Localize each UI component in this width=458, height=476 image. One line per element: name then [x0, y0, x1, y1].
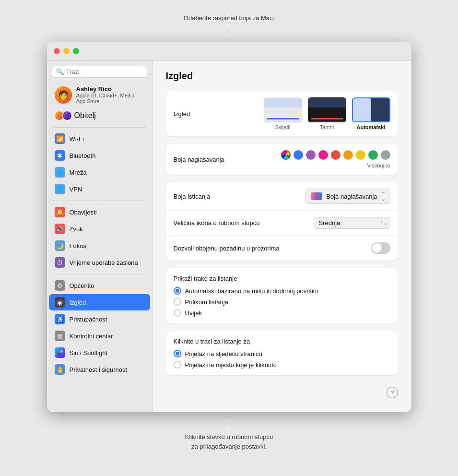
scroll-auto-label: Automatski bazirano na mišu ili dodirnoj…	[185, 287, 318, 295]
scroll-click-spot-radio[interactable]	[174, 361, 181, 369]
search-bar[interactable]: 🔍	[52, 66, 147, 78]
system-preferences-window: 🔍 🧑 Ashley Rico Apple ID, iCloud+, Medij…	[47, 42, 411, 412]
help-row: ?	[166, 383, 398, 402]
scroll-auto-radio[interactable]	[174, 287, 181, 295]
control-center-icon: ▦	[55, 331, 65, 341]
color-swatches: Višebojno	[281, 150, 390, 168]
page-title: Izgled	[166, 71, 398, 82]
swatch-gray[interactable]	[381, 150, 390, 160]
general-icon: ⚙	[55, 280, 65, 291]
appearance-option-auto[interactable]: Automatski	[352, 97, 390, 130]
highlight-color-row: Boja isticanja Boja naglašavanja ⌃⌄	[166, 182, 398, 211]
sidebar-item-screen-time[interactable]: ⏱ Vrijeme uporabe zaslona	[49, 254, 150, 271]
scroll-auto-option[interactable]: Automatski bazirano na mišu ili dodirnoj…	[174, 287, 390, 295]
sidebar-item-appearance[interactable]: ◉ Izgled	[49, 294, 150, 310]
highlight-color-value: Boja naglašavanja	[326, 193, 377, 200]
sidebar-label-control-center: Kontrolni centar	[70, 333, 113, 340]
sidebar-label-accessibility: Pristupačnost	[70, 316, 107, 323]
scroll-next-page-radio[interactable]	[174, 350, 181, 357]
sidebar-item-general[interactable]: ⚙ Općenito	[49, 277, 150, 294]
swatch-red[interactable]	[331, 150, 341, 160]
sidebar-item-vpn[interactable]: 🌐 VPN	[49, 181, 150, 197]
sidebar-item-bluetooth[interactable]: ✱ Bluetooth	[49, 147, 150, 164]
scroll-always-option[interactable]: Uvijek	[174, 309, 390, 317]
accent-color-row: Boja naglašavanja	[166, 144, 398, 175]
user-profile-item[interactable]: 🧑 Ashley Rico Apple ID, iCloud+, Mediji …	[49, 83, 150, 107]
scroll-click-section: Kliknite u traci za listanje za Prijelaz…	[166, 331, 398, 375]
colored-background-toggle[interactable]	[371, 242, 390, 254]
swatch-pink[interactable]	[318, 150, 328, 160]
swatch-blue[interactable]	[294, 150, 303, 160]
appearance-icon: ◉	[55, 297, 65, 308]
colored-background-row: Dozvoli obojenu pozadinu u prozorima	[166, 236, 398, 261]
swatch-orange[interactable]	[343, 150, 353, 160]
swatch-purple[interactable]	[306, 150, 316, 160]
sidebar-item-focus[interactable]: 🌙 Fokus	[49, 238, 150, 254]
search-input[interactable]	[66, 68, 143, 75]
minimize-button[interactable]	[63, 48, 70, 54]
sidebar-item-sound[interactable]: 🔊 Zvuk	[49, 221, 150, 237]
appearance-option-dark[interactable]: Tamni	[308, 97, 346, 130]
accent-color-label: Boja naglašavanja	[174, 156, 281, 163]
highlight-sidebar-card: Boja isticanja Boja naglašavanja ⌃⌄ Veli…	[166, 182, 398, 261]
highlight-color-label: Boja isticanja	[174, 193, 306, 200]
appearance-option-light[interactable]: Svijetli	[264, 97, 302, 130]
privacy-icon: 🤚	[55, 364, 65, 375]
scroll-scrolling-option[interactable]: Prilikom listanja	[174, 298, 390, 306]
sidebar-size-select[interactable]: Mala Srednja Velika	[314, 217, 390, 229]
swatch-multicolor[interactable]	[281, 150, 291, 160]
highlight-color-control[interactable]: Boja naglašavanja ⌃⌄	[305, 189, 390, 204]
close-button[interactable]	[54, 48, 60, 54]
user-info: Ashley Rico Apple ID, iCloud+, Mediji iA…	[76, 85, 137, 104]
scroll-next-page-label: Prijelaz na sljedeću stranicu	[185, 350, 262, 357]
family-label: Obitelj	[74, 111, 96, 120]
scroll-always-radio[interactable]	[174, 309, 181, 317]
bluetooth-icon: ✱	[55, 150, 65, 161]
scroll-always-label: Uvijek	[185, 309, 202, 317]
scroll-bars-section: Prikaži trake za listanje Automatski baz…	[166, 268, 398, 323]
user-sub: Apple ID, iCloud+, Mediji iApp Store	[76, 93, 137, 104]
sidebar-icon-size-control: Mala Srednja Velika	[314, 217, 390, 229]
swatch-yellow[interactable]	[356, 150, 365, 160]
sidebar-label-privacy: Privatnost i sigurnost	[70, 366, 128, 373]
sidebar-item-notifications[interactable]: 🔔 Obavijesti	[49, 204, 150, 220]
scroll-bars-title: Prikaži trake za listanje	[174, 275, 390, 282]
wifi-icon: 📶	[55, 133, 65, 144]
appearance-thumb-auto	[352, 97, 390, 122]
screen-time-icon: ⏱	[55, 257, 65, 268]
annotation-bottom: Kliknite stavku u rubnom stupcuza prilag…	[185, 417, 273, 451]
sidebar-label-sound: Zvuk	[70, 226, 83, 233]
sidebar-item-accessibility[interactable]: ♿ Pristupačnost	[49, 311, 150, 327]
scroll-click-spot-option[interactable]: Prijelaz na mjesto koje je kliknuto	[174, 361, 390, 369]
sidebar-label-focus: Fokus	[70, 242, 86, 250]
sidebar-label-appearance: Izgled	[70, 299, 86, 306]
sidebar-label-wifi: Wi-Fi	[70, 135, 84, 143]
main-content: Izgled Izgled Svijetli Tamni	[153, 61, 411, 412]
appearance-thumb-light	[264, 97, 302, 122]
sidebar-item-wifi[interactable]: 📶 Wi-Fi	[49, 131, 150, 147]
siri-icon: 🎤	[55, 347, 65, 358]
sidebar-label-bluetooth: Bluetooth	[70, 152, 96, 159]
maximize-button[interactable]	[73, 48, 79, 54]
appearance-label-auto: Automatski	[357, 124, 386, 130]
swatch-green[interactable]	[368, 150, 378, 160]
appearance-label-light: Svijetli	[275, 124, 291, 130]
sidebar-item-control-center[interactable]: ▦ Kontrolni centar	[49, 328, 150, 344]
sidebar-item-family[interactable]: Obitelj	[49, 108, 150, 123]
sidebar-item-siri[interactable]: 🎤 Siri i Spotlight	[49, 345, 150, 361]
scroll-next-page-option[interactable]: Prijelaz na sljedeću stranicu	[174, 350, 390, 357]
highlight-color-dropdown[interactable]: Boja naglašavanja ⌃⌄	[305, 189, 390, 204]
colored-background-control	[371, 242, 390, 254]
scroll-scrolling-radio[interactable]	[174, 298, 181, 306]
help-button[interactable]: ?	[387, 387, 398, 398]
window-body: 🔍 🧑 Ashley Rico Apple ID, iCloud+, Medij…	[47, 61, 411, 412]
sidebar-item-network[interactable]: 🌐 Mreža	[49, 164, 150, 180]
focus-icon: 🌙	[55, 240, 65, 251]
scroll-scrolling-label: Prilikom listanja	[185, 298, 228, 306]
swatches-row	[281, 150, 390, 160]
sidebar-size-dropdown-wrapper[interactable]: Mala Srednja Velika	[314, 217, 390, 229]
accent-color-card: Boja naglašavanja	[166, 144, 398, 175]
avatar: 🧑	[55, 86, 72, 104]
sidebar-item-privacy[interactable]: 🤚 Privatnost i sigurnost	[49, 361, 150, 378]
appearance-row: Izgled Svijetli Tamni Automatski	[166, 91, 398, 136]
